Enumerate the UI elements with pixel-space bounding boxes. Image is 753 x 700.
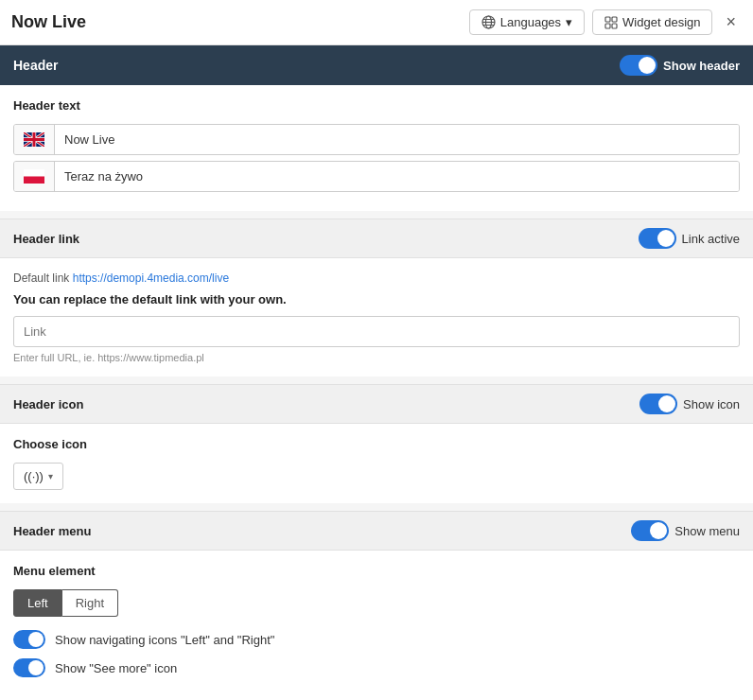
header-menu-label: Header menu — [13, 524, 91, 538]
svg-rect-7 — [605, 24, 610, 28]
default-link-row: Default link https://demopi.4media.com/l… — [13, 271, 740, 285]
header-link-section: Header link Link active Default link htt… — [0, 219, 753, 376]
menu-btn-group: Left Right — [13, 589, 740, 617]
pl-flag-icon — [24, 169, 44, 184]
show-header-label: Show header — [663, 59, 740, 73]
svg-rect-6 — [612, 17, 617, 22]
default-link-url[interactable]: https://demopi.4media.com/live — [73, 271, 229, 285]
title-bar-actions: Languages ▾ Widget design × — [469, 9, 742, 35]
svg-rect-19 — [24, 177, 44, 184]
show-menu-toggle[interactable]: Show menu — [631, 520, 740, 541]
menu-right-button[interactable]: Right — [62, 589, 118, 617]
show-header-toggle[interactable]: Show header — [620, 55, 740, 76]
svg-rect-5 — [605, 17, 610, 22]
close-button[interactable]: × — [720, 10, 742, 34]
menu-element-label: Menu element — [13, 564, 740, 578]
main-content: Header Show header Header text — [0, 45, 753, 700]
show-nav-icons-label: Show navigating icons "Left" and "Right" — [55, 633, 274, 647]
show-icon-knob — [658, 395, 675, 412]
show-icon-toggle[interactable]: Show icon — [639, 394, 740, 414]
header-link-bar: Header link Link active — [0, 219, 753, 258]
lang-input-row-en — [13, 124, 740, 155]
show-menu-label: Show menu — [674, 524, 740, 538]
header-link-label: Header link — [13, 232, 79, 246]
header-icon-body: Choose icon ((·)) ▾ — [0, 424, 753, 503]
show-see-more-knob — [28, 660, 44, 675]
header-text-pl-input[interactable] — [55, 162, 739, 191]
icon-dropdown-button[interactable]: ((·)) ▾ — [13, 463, 63, 490]
globe-icon — [482, 15, 496, 29]
widget-design-button[interactable]: Widget design — [592, 9, 712, 35]
show-menu-track[interactable] — [631, 520, 669, 541]
link-hint: Enter full URL, ie. https://www.tipmedia… — [13, 352, 740, 363]
header-menu-section: Header menu Show menu Menu element Left … — [0, 511, 753, 700]
show-nav-icons-row: Show navigating icons "Left" and "Right" — [13, 630, 740, 649]
custom-link-input[interactable] — [13, 316, 740, 347]
title-bar: Now Live Languages ▾ Widget design × — [0, 0, 753, 45]
link-active-toggle[interactable]: Link active — [639, 228, 740, 249]
header-text-title: Header text — [13, 98, 740, 113]
link-active-label: Link active — [682, 232, 740, 246]
show-nav-icons-toggle[interactable] — [13, 630, 45, 649]
flag-uk — [14, 125, 55, 154]
link-active-track[interactable] — [639, 228, 676, 249]
header-icon-section: Header icon Show icon Choose icon ((·)) … — [0, 384, 753, 503]
uk-flag-icon — [24, 132, 44, 147]
svg-rect-8 — [612, 24, 617, 28]
show-header-knob — [639, 57, 656, 74]
header-section-label: Header — [13, 58, 58, 73]
show-icon-track[interactable] — [639, 394, 677, 414]
header-section-bar: Header Show header — [0, 45, 753, 85]
languages-button[interactable]: Languages ▾ — [469, 9, 585, 35]
show-icon-label: Show icon — [683, 397, 740, 411]
header-text-section: Header text — [0, 85, 753, 211]
lang-input-row-pl — [13, 161, 740, 192]
header-menu-body: Menu element Left Right Show navigating … — [0, 551, 753, 700]
show-see-more-label: Show "See more" icon — [55, 661, 177, 675]
flag-pl — [14, 162, 55, 191]
header-link-body: Default link https://demopi.4media.com/l… — [0, 258, 753, 376]
app-title: Now Live — [11, 12, 86, 32]
show-menu-knob — [650, 522, 667, 539]
header-menu-bar: Header menu Show menu — [0, 511, 753, 551]
show-see-more-toggle[interactable] — [13, 658, 45, 677]
icon-symbol: ((·)) — [24, 469, 44, 483]
header-icon-label: Header icon — [13, 397, 83, 411]
dropdown-chevron-icon: ▾ — [48, 471, 53, 481]
show-header-track[interactable] — [620, 55, 657, 76]
header-icon-bar: Header icon Show icon — [0, 384, 753, 424]
header-text-en-input[interactable] — [55, 125, 739, 154]
menu-left-button[interactable]: Left — [13, 589, 62, 617]
choose-icon-label: Choose icon — [13, 437, 740, 451]
link-active-knob — [657, 230, 674, 247]
svg-rect-18 — [24, 169, 44, 177]
replace-link-text: You can replace the default link with yo… — [13, 292, 740, 306]
widget-icon — [604, 16, 618, 29]
show-nav-icons-knob — [28, 632, 44, 647]
show-see-more-row: Show "See more" icon — [13, 658, 740, 677]
